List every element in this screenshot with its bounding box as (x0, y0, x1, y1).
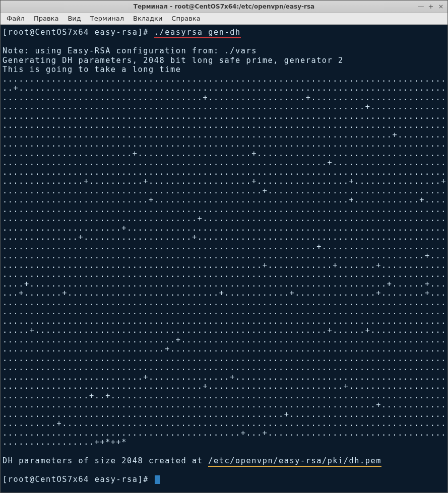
menu-edit[interactable]: Правка (30, 14, 62, 23)
progress-line: ........................................… (3, 112, 445, 121)
prompt: [root@CentOS7x64 easy-rsa]# (3, 28, 154, 37)
progress-line: ..........................+.............… (3, 373, 445, 382)
cursor-icon (155, 475, 160, 484)
progress-line: .................++*++* (3, 438, 445, 447)
progress-line: ................................+.......… (3, 335, 445, 345)
progress-line: ....................................+...… (3, 214, 445, 224)
minimize-icon[interactable]: — (417, 3, 424, 10)
progress-line: ........................................… (3, 242, 445, 252)
menu-terminal[interactable]: Терминал (86, 14, 128, 23)
progress-line: ...+.......+............................… (3, 289, 445, 298)
progress-line: ........................................… (3, 130, 445, 140)
output-line: DH parameters of size 2048 created at (3, 456, 208, 465)
blank-line (3, 447, 445, 457)
menu-view[interactable]: Вид (63, 14, 85, 23)
progress-line: ......................+.................… (3, 224, 445, 233)
progress-line: ........................................… (3, 270, 445, 279)
prompt: [root@CentOS7x64 easy-rsa]# (3, 475, 154, 484)
menu-tabs[interactable]: Вкладки (129, 14, 166, 23)
progress-line: ........................................… (3, 139, 445, 149)
blank-line (3, 466, 445, 475)
window-title: Терминал - root@CentOS7x64:/etc/openvpn/… (4, 3, 444, 10)
progress-line: .....................................+..… (3, 93, 445, 103)
progress-line: ........................................… (3, 251, 445, 261)
progress-line: ........................................… (3, 158, 445, 168)
progress-line: ....+...................................… (3, 279, 445, 289)
output-line: Note: using Easy-RSA configuration from:… (3, 46, 445, 56)
progress-line: .....................................+..… (3, 382, 445, 391)
progress-line: ........................................… (3, 121, 445, 130)
progress-line: ........................................… (3, 354, 445, 364)
progress-line: ........................+...............… (3, 149, 445, 159)
menubar: Файл Правка Вид Терминал Вкладки Справка (1, 13, 447, 25)
progress-line: ........................................… (3, 363, 445, 373)
output-line: This is going to take a long time (3, 65, 445, 75)
blank-line (3, 37, 445, 47)
progress-line: ........................................… (3, 102, 445, 112)
result-path: /etc/openvpn/easy-rsa/pki/dh.pem (208, 456, 381, 467)
progress-line: ..............................+.........… (3, 344, 445, 354)
maximize-icon[interactable]: + (427, 3, 434, 10)
progress-line: ........................................… (3, 429, 445, 438)
terminal-window: Терминал - root@CentOS7x64:/etc/openvpn/… (0, 0, 448, 493)
progress-line: ........................................… (3, 205, 445, 215)
progress-line: ........................................… (3, 75, 445, 84)
titlebar[interactable]: Терминал - root@CentOS7x64:/etc/openvpn/… (1, 1, 447, 13)
menu-help[interactable]: Справка (167, 14, 204, 23)
command-text: ./easyrsa gen-dh (154, 28, 241, 38)
progress-line: ..............+....................+....… (3, 233, 445, 242)
progress-line: ..........+.............................… (3, 419, 445, 429)
progress-line: ........................................… (3, 186, 445, 196)
progress-line: ..+.....................................… (3, 84, 445, 93)
progress-line: ........................................… (3, 317, 445, 326)
progress-line: ........................................… (3, 400, 445, 410)
progress-line: ........................................… (3, 168, 445, 177)
menu-file[interactable]: Файл (3, 14, 29, 23)
progress-line: ...........................+............… (3, 195, 445, 205)
close-icon[interactable]: × (437, 3, 444, 10)
progress-line: ........................................… (3, 410, 445, 419)
progress-line: ...............+..........+.............… (3, 177, 445, 186)
progress-line: ........................................… (3, 261, 445, 270)
progress-line: ........................................… (3, 298, 445, 308)
progress-line: .....+..................................… (3, 326, 445, 335)
terminal-content[interactable]: [root@CentOS7x64 easy-rsa]# ./easyrsa ge… (1, 25, 447, 492)
progress-line: ........................................… (3, 307, 445, 317)
output-line: Generating DH parameters, 2048 bit long … (3, 56, 445, 65)
progress-line: ................+..+....................… (3, 391, 445, 401)
